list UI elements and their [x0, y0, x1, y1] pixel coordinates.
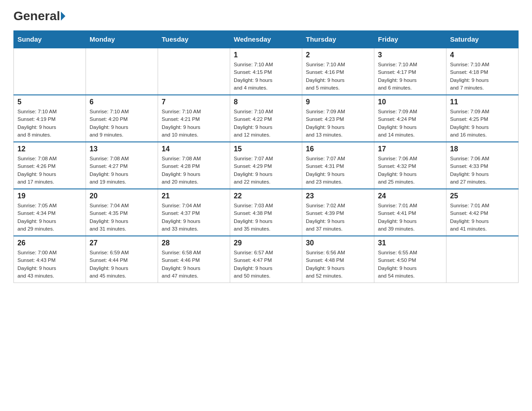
week-row-1: 1Sunrise: 7:10 AM Sunset: 4:15 PM Daylig… [14, 48, 519, 95]
calendar-cell: 8Sunrise: 7:10 AM Sunset: 4:22 PM Daylig… [230, 95, 302, 142]
calendar-cell: 7Sunrise: 7:10 AM Sunset: 4:21 PM Daylig… [158, 95, 230, 142]
day-number: 11 [450, 98, 515, 106]
day-number: 14 [162, 145, 226, 153]
calendar-cell [158, 48, 230, 95]
day-number: 13 [90, 145, 154, 153]
calendar-cell: 31Sunrise: 6:55 AM Sunset: 4:50 PM Dayli… [374, 236, 446, 283]
calendar-cell [86, 48, 158, 95]
calendar-cell: 18Sunrise: 7:06 AM Sunset: 4:33 PM Dayli… [446, 142, 519, 189]
weekday-header-friday: Friday [374, 31, 446, 48]
logo: General [13, 9, 66, 21]
weekday-header-row: SundayMondayTuesdayWednesdayThursdayFrid… [14, 31, 519, 48]
day-number: 28 [162, 239, 226, 247]
calendar-cell: 1Sunrise: 7:10 AM Sunset: 4:15 PM Daylig… [230, 48, 302, 95]
week-row-5: 26Sunrise: 7:00 AM Sunset: 4:43 PM Dayli… [14, 236, 519, 283]
day-info: Sunrise: 7:09 AM Sunset: 4:25 PM Dayligh… [450, 108, 515, 139]
weekday-header-thursday: Thursday [302, 31, 374, 48]
calendar-table: SundayMondayTuesdayWednesdayThursdayFrid… [13, 30, 519, 283]
calendar-cell: 19Sunrise: 7:05 AM Sunset: 4:34 PM Dayli… [14, 189, 86, 236]
day-info: Sunrise: 7:10 AM Sunset: 4:17 PM Dayligh… [378, 61, 442, 92]
day-number: 27 [90, 239, 154, 247]
day-info: Sunrise: 7:08 AM Sunset: 4:27 PM Dayligh… [90, 155, 154, 186]
day-number: 18 [450, 145, 515, 153]
day-info: Sunrise: 7:04 AM Sunset: 4:35 PM Dayligh… [90, 202, 154, 233]
weekday-header-sunday: Sunday [14, 31, 86, 48]
week-row-4: 19Sunrise: 7:05 AM Sunset: 4:34 PM Dayli… [14, 189, 519, 236]
calendar-cell: 25Sunrise: 7:01 AM Sunset: 4:42 PM Dayli… [446, 189, 519, 236]
day-info: Sunrise: 7:06 AM Sunset: 4:32 PM Dayligh… [378, 155, 442, 186]
day-number: 30 [306, 239, 370, 247]
day-info: Sunrise: 7:00 AM Sunset: 4:43 PM Dayligh… [17, 249, 82, 280]
day-info: Sunrise: 7:08 AM Sunset: 4:26 PM Dayligh… [17, 155, 82, 186]
day-info: Sunrise: 7:07 AM Sunset: 4:29 PM Dayligh… [234, 155, 298, 186]
logo-general-text: General [13, 9, 60, 23]
day-info: Sunrise: 7:04 AM Sunset: 4:37 PM Dayligh… [162, 202, 226, 233]
calendar-cell: 28Sunrise: 6:58 AM Sunset: 4:46 PM Dayli… [158, 236, 230, 283]
day-number: 17 [378, 145, 442, 153]
day-number: 16 [306, 145, 370, 153]
calendar-cell: 5Sunrise: 7:10 AM Sunset: 4:19 PM Daylig… [14, 95, 86, 142]
day-number: 2 [306, 51, 370, 59]
calendar-cell: 15Sunrise: 7:07 AM Sunset: 4:29 PM Dayli… [230, 142, 302, 189]
calendar-cell [446, 236, 519, 283]
calendar-cell: 6Sunrise: 7:10 AM Sunset: 4:20 PM Daylig… [86, 95, 158, 142]
calendar-cell: 26Sunrise: 7:00 AM Sunset: 4:43 PM Dayli… [14, 236, 86, 283]
day-number: 22 [234, 192, 298, 200]
day-info: Sunrise: 7:03 AM Sunset: 4:38 PM Dayligh… [234, 202, 298, 233]
day-info: Sunrise: 6:59 AM Sunset: 4:44 PM Dayligh… [90, 249, 154, 280]
calendar-cell: 24Sunrise: 7:01 AM Sunset: 4:41 PM Dayli… [374, 189, 446, 236]
day-info: Sunrise: 7:09 AM Sunset: 4:23 PM Dayligh… [306, 108, 370, 139]
week-row-2: 5Sunrise: 7:10 AM Sunset: 4:19 PM Daylig… [14, 95, 519, 142]
calendar-cell: 27Sunrise: 6:59 AM Sunset: 4:44 PM Dayli… [86, 236, 158, 283]
day-info: Sunrise: 7:08 AM Sunset: 4:28 PM Dayligh… [162, 155, 226, 186]
calendar-cell: 4Sunrise: 7:10 AM Sunset: 4:18 PM Daylig… [446, 48, 519, 95]
calendar-cell: 13Sunrise: 7:08 AM Sunset: 4:27 PM Dayli… [86, 142, 158, 189]
calendar-cell: 14Sunrise: 7:08 AM Sunset: 4:28 PM Dayli… [158, 142, 230, 189]
calendar-cell: 12Sunrise: 7:08 AM Sunset: 4:26 PM Dayli… [14, 142, 86, 189]
day-number: 1 [234, 51, 298, 59]
day-info: Sunrise: 7:06 AM Sunset: 4:33 PM Dayligh… [450, 155, 515, 186]
page-header: General [13, 9, 519, 21]
day-number: 24 [378, 192, 442, 200]
calendar-cell: 10Sunrise: 7:09 AM Sunset: 4:24 PM Dayli… [374, 95, 446, 142]
week-row-3: 12Sunrise: 7:08 AM Sunset: 4:26 PM Dayli… [14, 142, 519, 189]
calendar-cell: 16Sunrise: 7:07 AM Sunset: 4:31 PM Dayli… [302, 142, 374, 189]
day-number: 12 [17, 145, 82, 153]
weekday-header-wednesday: Wednesday [230, 31, 302, 48]
day-info: Sunrise: 7:10 AM Sunset: 4:19 PM Dayligh… [17, 108, 82, 139]
calendar-cell: 29Sunrise: 6:57 AM Sunset: 4:47 PM Dayli… [230, 236, 302, 283]
day-number: 4 [450, 51, 515, 59]
day-info: Sunrise: 7:10 AM Sunset: 4:22 PM Dayligh… [234, 108, 298, 139]
day-number: 25 [450, 192, 515, 200]
day-info: Sunrise: 6:55 AM Sunset: 4:50 PM Dayligh… [378, 249, 442, 280]
day-info: Sunrise: 7:10 AM Sunset: 4:18 PM Dayligh… [450, 61, 515, 92]
day-info: Sunrise: 7:05 AM Sunset: 4:34 PM Dayligh… [17, 202, 82, 233]
day-number: 3 [378, 51, 442, 59]
day-number: 7 [162, 98, 226, 106]
logo-triangle-icon [61, 12, 65, 21]
calendar-cell: 22Sunrise: 7:03 AM Sunset: 4:38 PM Dayli… [230, 189, 302, 236]
weekday-header-saturday: Saturday [446, 31, 519, 48]
day-info: Sunrise: 7:10 AM Sunset: 4:16 PM Dayligh… [306, 61, 370, 92]
calendar-body: 1Sunrise: 7:10 AM Sunset: 4:15 PM Daylig… [14, 48, 519, 283]
day-info: Sunrise: 7:10 AM Sunset: 4:21 PM Dayligh… [162, 108, 226, 139]
day-number: 5 [17, 98, 82, 106]
calendar-cell: 2Sunrise: 7:10 AM Sunset: 4:16 PM Daylig… [302, 48, 374, 95]
day-number: 9 [306, 98, 370, 106]
day-number: 26 [17, 239, 82, 247]
day-number: 15 [234, 145, 298, 153]
calendar-cell: 3Sunrise: 7:10 AM Sunset: 4:17 PM Daylig… [374, 48, 446, 95]
day-info: Sunrise: 7:10 AM Sunset: 4:20 PM Dayligh… [90, 108, 154, 139]
day-info: Sunrise: 7:10 AM Sunset: 4:15 PM Dayligh… [234, 61, 298, 92]
day-number: 6 [90, 98, 154, 106]
calendar-cell: 11Sunrise: 7:09 AM Sunset: 4:25 PM Dayli… [446, 95, 519, 142]
day-number: 8 [234, 98, 298, 106]
day-number: 19 [17, 192, 82, 200]
calendar-cell: 30Sunrise: 6:56 AM Sunset: 4:48 PM Dayli… [302, 236, 374, 283]
day-number: 23 [306, 192, 370, 200]
calendar-cell: 9Sunrise: 7:09 AM Sunset: 4:23 PM Daylig… [302, 95, 374, 142]
day-number: 31 [378, 239, 442, 247]
day-info: Sunrise: 7:01 AM Sunset: 4:42 PM Dayligh… [450, 202, 515, 233]
calendar-cell [14, 48, 86, 95]
calendar-header: SundayMondayTuesdayWednesdayThursdayFrid… [14, 31, 519, 48]
